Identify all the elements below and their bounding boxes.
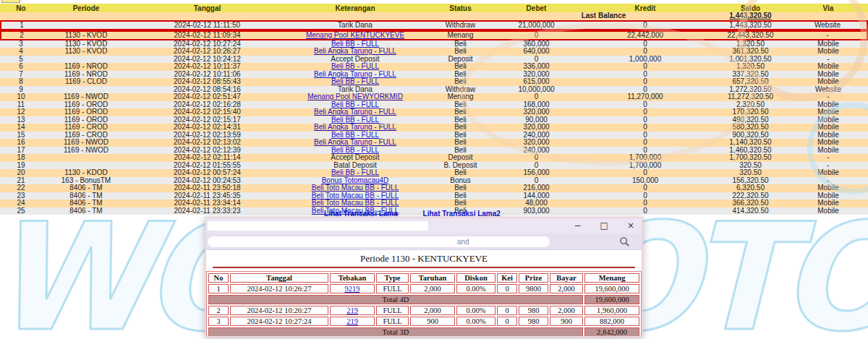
column-header-status: Status (426, 4, 495, 12)
keterangan-link[interactable]: Beli BB - FULL (331, 40, 379, 48)
keterangan-link[interactable]: Beli Angka Tarung - FULL (314, 124, 396, 131)
keterangan-link[interactable]: Menang Pool KENTUCKYEVE (306, 31, 404, 39)
cell-status: Withdraw (426, 20, 495, 30)
cell-keterangan: Beli BB - FULL (284, 147, 426, 155)
cell-kredit: 0 (578, 192, 712, 200)
cell-status (426, 12, 495, 20)
close-button[interactable]: × (627, 218, 634, 233)
total-label: Total 3D (208, 327, 583, 337)
detail-total-row: Total 4D19,600,000 (208, 295, 639, 304)
cell-status: Beli (426, 184, 495, 192)
cell-kredit: 22,442,000 (578, 30, 712, 40)
keterangan-link[interactable]: Beli BB - FULL (331, 78, 379, 85)
cell-status: Beli (426, 108, 495, 116)
cell-keterangan: Beli Angka Tarung - FULL (284, 124, 426, 132)
cell-no: 1 (208, 284, 229, 293)
keterangan-link[interactable]: Menang Pool NEWYORKMID (307, 93, 403, 100)
cell-no: 14 (0, 124, 42, 132)
cell-via: Mobile (788, 63, 868, 71)
cell-via: - (788, 93, 868, 101)
last-balance-saldo[interactable]: 1,443,320.50 (712, 12, 788, 20)
keterangan-link[interactable]: Beli BB - FULL (331, 169, 379, 176)
detail-row: 22024-02-12 10:26:27219FULL2,0000.00%098… (208, 306, 639, 315)
cell-tanggal: 2024-02-12 10:11:06 (130, 71, 284, 79)
tebakan-link[interactable]: 219 (346, 317, 358, 325)
table-row: 182024-02-12 02:11:14Accept DepositDepos… (0, 154, 868, 162)
cell-keterangan: Batal Deposit (284, 162, 426, 170)
table-row: 151169 - CROD2024-02-12 02:13:59Beli BB … (0, 132, 868, 140)
cell-keterangan: Accept Deposit (284, 154, 426, 162)
cell-keterangan: Beli BB - FULL (284, 169, 426, 177)
cell-saldo: 1,443,320.50 (712, 20, 788, 30)
cell-keterangan: Tarik Dana (284, 20, 426, 30)
cell-saldo: 1,460,320.50 (712, 147, 788, 155)
cell-via: Mobile (788, 40, 868, 48)
cell-saldo: 1,320.50 (712, 40, 788, 48)
title-underline (213, 267, 635, 268)
keterangan-link[interactable]: Beli Angka Tarung - FULL (314, 108, 396, 116)
cell-tanggal: 2024-02-12 10:26:27 (230, 306, 328, 315)
keterangan-link[interactable]: Beli BB - FULL (331, 63, 379, 70)
keterangan-link[interactable]: Beli Toto Macau BB - FULL (312, 199, 399, 207)
keterangan-link[interactable]: Beli Toto Macau BB - FULL (312, 192, 399, 199)
cell-status: Beli (426, 124, 495, 132)
keterangan-link[interactable]: Beli Toto Macau BB - FULL (312, 184, 399, 192)
cell-saldo: 900,320.50 (712, 132, 788, 140)
cell-debet: 216,000 (495, 184, 578, 192)
minimize-button[interactable]: − (574, 218, 582, 233)
cell-via: Mobile (788, 48, 868, 56)
cell-kredit: 0 (578, 108, 712, 116)
tebakan-link[interactable]: 9219 (345, 285, 360, 293)
cell-via: Mobile (788, 108, 868, 116)
tebakan-link[interactable]: 219 (346, 306, 358, 314)
cell-debet: 320,000 (495, 108, 578, 116)
maximize-button[interactable]: □ (600, 218, 608, 233)
detail-column-header-menang: Menang (584, 273, 639, 283)
cell-debet: 615,000 (495, 78, 578, 86)
keterangan-link[interactable]: Beli BB - FULL (331, 101, 379, 108)
cell-no: 17 (0, 147, 42, 155)
keterangan-link[interactable]: Bonus Totomacau4D (322, 177, 389, 184)
keterangan-link[interactable]: Beli BB - FULL (331, 132, 379, 139)
keterangan-link[interactable]: Beli Angka Tarung - FULL (314, 71, 396, 78)
cell-kredit: 0 (578, 147, 712, 155)
clipped-element (1, 0, 20, 3)
cell-no: 16 (0, 139, 42, 147)
keterangan-link[interactable]: Beli BB - FULL (331, 116, 379, 124)
cell-kredit: 1,700,000 (578, 162, 712, 170)
cell-status: Bonus (426, 177, 495, 185)
keterangan-link[interactable]: Beli Angka Tarung - FULL (314, 139, 396, 146)
cell-via: Mobile (788, 71, 868, 79)
keterangan-link[interactable]: Beli BB - FULL (331, 147, 379, 154)
detail-column-header-tebakan: Tebakan (330, 273, 375, 283)
cell-keterangan: Beli Angka Tarung - FULL (284, 48, 426, 56)
address-field[interactable]: and (208, 236, 550, 247)
cell-tanggal: 2024-02-12 10:24:12 (130, 56, 284, 64)
cell-tanggal: 2024-02-12 02:14:31 (130, 124, 284, 132)
cell-kei: 0 (497, 306, 517, 315)
cell-tanggal (130, 12, 284, 20)
cell-tebakan: 219 (330, 306, 375, 315)
cell-taruhan: 2,000 (410, 284, 455, 293)
detail-total-row: Total 3D2,842,000 (208, 327, 639, 337)
cell-no: 7 (0, 71, 42, 79)
cell-kredit: 0 (578, 184, 712, 192)
cell-saldo: 366,320.50 (712, 199, 788, 207)
cell-kredit: 0 (578, 101, 712, 109)
cell-tanggal: 2024-02-11 23:50:18 (130, 184, 284, 192)
cell-keterangan: Tarik Dana (284, 86, 426, 94)
cell-tanggal: 2024-02-12 10:27:24 (230, 317, 328, 326)
magnifier-icon[interactable] (619, 236, 630, 247)
cell-periode: 1130 - KVOD (42, 48, 130, 56)
cell-status: Beli (426, 116, 495, 124)
cell-no: 6 (0, 63, 42, 71)
cell-no: 11 (0, 101, 42, 109)
total-label: Total 4D (208, 295, 583, 304)
address-text: and (457, 238, 469, 246)
last-balance-row: Last Balance 1,443,320.50 (0, 12, 868, 20)
column-header-periode: Periode (42, 4, 130, 12)
cell-kredit: 1,000,000 (578, 56, 712, 64)
cell-keterangan: Beli BB - FULL (284, 116, 426, 124)
keterangan-link[interactable]: Beli Angka Tarung - FULL (314, 48, 396, 55)
detail-popup-window: − □ × and Periode 1130 - KENTUCKYEVE NoT… (205, 217, 643, 338)
